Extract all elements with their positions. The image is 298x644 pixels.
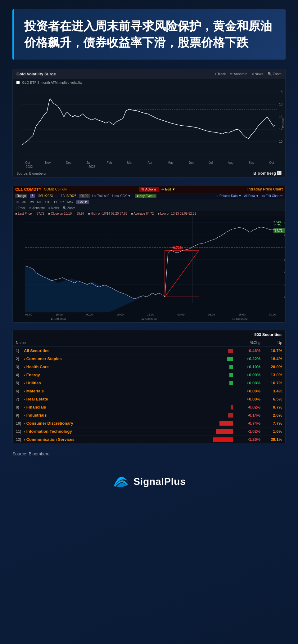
col-bar: [198, 341, 236, 345]
table-row[interactable]: 11)›Information Technology-1.02%1.6%: [13, 427, 285, 436]
oil-legend: ■ Last Price --- 87.72 ■ Close on 10/10 …: [13, 211, 285, 216]
range-date3: 10/13/2023: [61, 194, 76, 198]
col-up: Up: [260, 341, 282, 345]
svg-text:87.72: 87.72: [275, 229, 282, 232]
svg-text:83.00: 83.00: [284, 283, 286, 286]
table-row[interactable]: 12)›Communication Services-1.26%39.1%: [13, 436, 285, 444]
track-btn[interactable]: + Track: [214, 72, 226, 76]
footer: SignalPlus: [12, 466, 286, 494]
gold-y-label: Percent: [282, 119, 285, 128]
gold-chart-title: Gold Volatility Surge: [16, 72, 56, 76]
securities-count: 503 Securities: [255, 332, 282, 337]
oil-pct-btn[interactable]: % Actions: [139, 187, 159, 192]
oil-range-bar: Range 3 10/11/2023 — 10/13/2023 06:00 Ls…: [13, 193, 285, 199]
table-row[interactable]: 1)All Securities-0.46%10.7%: [13, 347, 285, 355]
table-row[interactable]: 10)›Consumer Discretionary-0.74%7.7%: [13, 419, 285, 427]
oil-svg-wrap: 88.00 87.00 86.00 85.00 84.00 83.00 82.0…: [13, 216, 285, 312]
gold-chart-source: Source: Bloomberg Bloomberg 🅱: [13, 170, 285, 177]
signalplus-logo-icon: [112, 475, 129, 488]
col-pct: %Chg: [236, 341, 260, 345]
securities-rows: 1)All Securities-0.46%10.7%2)›Consumer S…: [13, 347, 285, 444]
oil-intraday-label: Intraday Price Chart: [247, 187, 283, 191]
oil-comdty: COMB Comdty: [44, 187, 67, 191]
table-row[interactable]: 5)›Utilities+0.08%16.7%: [13, 379, 285, 387]
svg-text:84.00: 84.00: [284, 271, 286, 274]
securities-table-container: 503 Securities Name %Chg Up 1)All Securi…: [12, 330, 286, 444]
oil-top-actions: % Actions ✏ Edit ▼: [139, 187, 175, 192]
gold-chart-subtitle: GLD ETF 3-month ATM implied volatility: [13, 79, 285, 86]
table-row[interactable]: 9)›Industrials-0.14%2.6%: [13, 411, 285, 419]
oil-chart-svg: 88.00 87.00 86.00 85.00 84.00 83.00 82.0…: [13, 216, 286, 312]
svg-text:12: 12: [279, 127, 283, 131]
oil-top-bar: CL1 COMDTY COMB Comdty % Actions ✏ Edit …: [13, 186, 285, 193]
gold-chart-container: Gold Volatility Surge + Track ✏ Annotate…: [12, 69, 286, 178]
news-btn[interactable]: ≡ News: [252, 72, 263, 76]
bloomberg-logo: Bloomberg 🅱: [253, 171, 282, 176]
svg-text:+6.71%: +6.71%: [171, 246, 183, 249]
range-date1[interactable]: 3: [30, 194, 35, 198]
table-row[interactable]: 2)›Consumer Staples+0.22%18.4%: [13, 355, 285, 363]
range-date2: 10/11/2023: [37, 194, 53, 198]
gold-chart-svg: 18 16 14 12 10: [13, 86, 286, 160]
main-container: 投资者在进入周末前寻求风险保护，黄金和原油价格飙升，债券收益率下滑，股票价格下跌…: [0, 0, 298, 507]
gold-chart-controls[interactable]: + Track ✏ Annotate ≡ News 🔍 Zoom: [214, 72, 282, 76]
svg-text:18: 18: [279, 90, 283, 94]
headline-block: 投资者在进入周末前寻求风险保护，黄金和原油价格飙升，债券收益率下滑，股票价格下跌: [12, 9, 286, 60]
annotate-btn[interactable]: ✏ Annotate: [230, 72, 247, 76]
gold-x-labels: Oct Nov Dec Jan Feb Mar Apr May Jun Jul …: [13, 160, 285, 165]
headline-text: 投资者在进入周末前寻求风险保护，黄金和原油价格飙升，债券收益率下滑，股票价格下跌: [24, 18, 276, 51]
table-row[interactable]: 8)›Financials-0.02%9.7%: [13, 403, 285, 411]
svg-text:85.00: 85.00: [284, 258, 286, 262]
oil-timeframe-bar: 1D3D1W6HYTD1Y5YMax Tick ▼: [13, 199, 285, 205]
table-row[interactable]: 6)›Materials+0.00%3.4%: [13, 387, 285, 395]
table-col-headers: Name %Chg Up: [13, 339, 285, 347]
table-row[interactable]: 7)›Real Estate+0.00%6.5%: [13, 395, 285, 403]
table-row[interactable]: 4)›Energy+0.09%13.0%: [13, 371, 285, 379]
svg-text:88.00: 88.00: [284, 221, 286, 224]
oil-x-labels: 08:00 16:00 00:00 08:00 16:00 00:00 08:0…: [13, 312, 285, 317]
oil-chart-controls2: + Track ✏ Annotate ≡ News 🔍 Zoom: [13, 205, 285, 211]
gold-chart-svg-wrap: 18 16 14 12 10 Percent: [13, 86, 285, 160]
svg-text:87.00: 87.00: [284, 234, 286, 237]
zoom-btn[interactable]: 🔍 Zoom: [268, 72, 282, 76]
securities-header: 503 Securities: [13, 330, 285, 339]
oil-title: CL1 COMDTY: [15, 187, 42, 192]
legend-square: [16, 81, 20, 84]
svg-text:+1.75: +1.75: [273, 224, 281, 227]
svg-text:10: 10: [279, 140, 283, 143]
footer-brand-text: SignalPlus: [133, 476, 186, 487]
gold-chart-header: Gold Volatility Surge + Track ✏ Annotate…: [13, 69, 285, 79]
svg-text:16: 16: [279, 103, 283, 106]
svg-text:82.00: 82.00: [284, 296, 286, 299]
source-text: Source: Bloomberg: [12, 451, 286, 456]
oil-edit-btn[interactable]: ✏ Edit ▼: [161, 187, 175, 191]
oil-x-date-labels: 11 Oct 2023 12 Oct 2023 13 Oct 2023: [13, 317, 285, 322]
col-name: Name: [16, 341, 198, 345]
oil-chart-container: CL1 COMDTY COMB Comdty % Actions ✏ Edit …: [12, 185, 286, 323]
svg-text:86.00: 86.00: [284, 246, 286, 249]
svg-text:2.04%: 2.04%: [273, 221, 282, 224]
oil-title-group: CL1 COMDTY COMB Comdty: [15, 187, 67, 192]
table-row[interactable]: 3)›Health Care+0.10%20.0%: [13, 363, 285, 371]
